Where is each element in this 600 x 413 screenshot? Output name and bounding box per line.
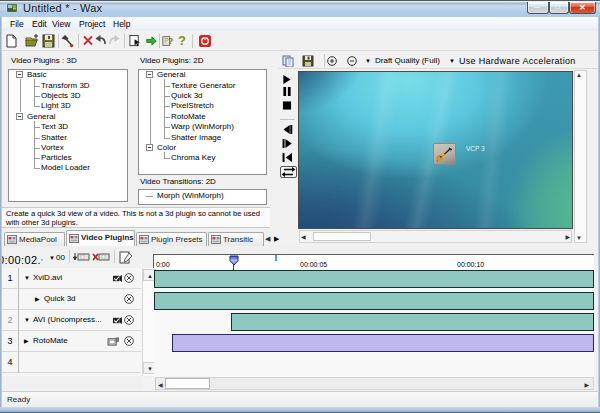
svg-text:?: ? — [178, 34, 186, 48]
svg-text:?: ? — [168, 36, 173, 46]
